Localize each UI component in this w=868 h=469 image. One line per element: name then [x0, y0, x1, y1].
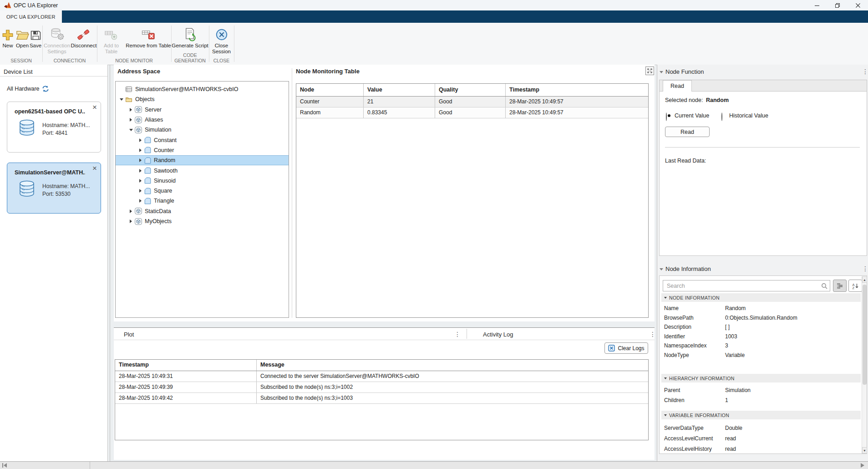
- tree-node-objects[interactable]: Objects: [116, 94, 289, 104]
- device-name: SimulationServer@MATH...: [15, 169, 85, 176]
- plot-tab-title[interactable]: Plot: [124, 331, 134, 338]
- monitor-row-counter[interactable]: Counter 21 Good 28-Mar-2025 10:49:57: [296, 97, 648, 107]
- tree-node-sawtooth[interactable]: Sawtooth: [116, 165, 289, 175]
- tree-node-simulationserver[interactable]: SimulationServer@MATHWORKS-cvbIO: [116, 84, 289, 94]
- chevron-right-icon[interactable]: [128, 118, 134, 122]
- info-row: BrowsePath 0:Objects.Simulation.Random: [661, 313, 861, 323]
- chevron-right-icon[interactable]: [128, 219, 134, 223]
- chevron-down-icon[interactable]: [118, 98, 124, 101]
- minimize-button[interactable]: [807, 0, 827, 10]
- chevron-right-icon[interactable]: [137, 138, 143, 142]
- chevron-right-icon[interactable]: [137, 148, 143, 152]
- cell-message: Subscribed to the node(s) ns:3;i=1002: [257, 382, 648, 393]
- chevron-right-icon[interactable]: [137, 179, 143, 183]
- remove-device-icon[interactable]: ×: [92, 164, 97, 173]
- chevron-right-icon[interactable]: [137, 199, 143, 203]
- read-button[interactable]: Read: [665, 127, 710, 137]
- restore-button[interactable]: [827, 0, 848, 10]
- tree-node-staticdata[interactable]: StaticData: [116, 206, 289, 216]
- group-code-generation: Generate Script CODE GENERATION: [171, 23, 209, 64]
- tree-node-aliases[interactable]: Aliases: [116, 115, 289, 125]
- column-header: Value: [364, 84, 435, 96]
- cell-timestamp: 28-Mar-2025 10:49:57: [506, 107, 648, 118]
- plot-menu-icon[interactable]: ⋮: [454, 331, 461, 337]
- chevron-right-icon[interactable]: [137, 158, 143, 162]
- section-hierarchy-information[interactable]: HIERARCHY INFORMATION: [661, 374, 861, 382]
- tab-read[interactable]: Read: [663, 80, 692, 92]
- collapse-node-function-icon[interactable]: [660, 71, 663, 73]
- column-header: Quality: [435, 84, 506, 96]
- chevron-right-icon[interactable]: [137, 169, 143, 173]
- historical-value-radio[interactable]: [721, 112, 722, 121]
- device-card-simulationserver[interactable]: SimulationServer@MATH... × Hostname: MAT…: [7, 163, 101, 214]
- activity-log-menu-icon[interactable]: ⋮: [650, 331, 656, 337]
- tree-node-triangle[interactable]: Triangle: [116, 196, 289, 206]
- expand-panel-icon[interactable]: [645, 66, 654, 75]
- tree-node-sinusoid[interactable]: Sinusoid: [116, 176, 289, 186]
- tab-opc-ua-explorer[interactable]: OPC UA EXPLORER: [0, 10, 62, 23]
- remove-from-table-button[interactable]: Remove from Table: [126, 25, 171, 49]
- tree-node-square[interactable]: Square: [116, 186, 289, 196]
- node-function-menu-icon[interactable]: ⋮: [862, 68, 868, 75]
- connection-settings-button: Connection Settings: [42, 25, 71, 55]
- add-to-table-icon: [104, 25, 119, 41]
- cell-message: Connected to the server SimulationServer…: [257, 371, 648, 382]
- tree-node-label: Constant: [154, 137, 177, 143]
- tree-node-constant[interactable]: Constant: [116, 135, 289, 145]
- log-row[interactable]: 28-Mar-2025 10:49:42 Subscribed to the n…: [115, 393, 648, 404]
- section-variable-information[interactable]: VARIABLE INFORMATION: [661, 411, 861, 419]
- chevron-right-icon[interactable]: [128, 209, 134, 213]
- monitor-row-random[interactable]: Random 0.83345 Good 28-Mar-2025 10:49:57: [296, 107, 648, 118]
- close-session-icon: [215, 25, 228, 41]
- column-header: Timestamp: [506, 84, 648, 96]
- tree-node-label: MyObjects: [145, 218, 172, 224]
- cell-message: Subscribed to the node(s) ns:3;i=1003: [257, 393, 648, 403]
- tree-node-random[interactable]: Random: [116, 155, 289, 165]
- new-button[interactable]: New: [1, 25, 15, 49]
- current-value-radio[interactable]: [666, 112, 667, 121]
- clear-logs-button[interactable]: Clear Logs: [604, 342, 648, 354]
- column-header: Timestamp: [115, 360, 257, 371]
- group-view-button[interactable]: [833, 280, 847, 292]
- tree-node-myobjects[interactable]: MyObjects: [116, 216, 289, 226]
- close-button[interactable]: [848, 0, 868, 10]
- save-button[interactable]: Save: [29, 25, 42, 49]
- log-row[interactable]: 28-Mar-2025 10:49:39 Subscribed to the n…: [115, 382, 648, 393]
- chevron-right-icon[interactable]: [137, 189, 143, 193]
- refresh-icon[interactable]: [42, 86, 49, 92]
- device-card-open62541[interactable]: open62541-based OPC U... × Hostname: MAT…: [7, 102, 101, 153]
- sort-az-button[interactable]: A Z: [848, 280, 862, 292]
- close-session-button[interactable]: Close Session: [209, 25, 234, 55]
- scrollbar[interactable]: ▲ ▼: [862, 276, 867, 454]
- tree-node-counter[interactable]: Counter: [116, 145, 289, 155]
- open-button[interactable]: Open: [15, 25, 30, 49]
- collapse-left-panel-icon[interactable]: [2, 463, 7, 468]
- section-node-information[interactable]: NODE INFORMATION: [661, 293, 861, 302]
- scroll-down-icon[interactable]: ▼: [862, 447, 867, 454]
- info-value: Double: [725, 425, 742, 431]
- collapse-node-information-icon[interactable]: [660, 268, 663, 270]
- chevron-right-icon[interactable]: [128, 108, 134, 112]
- info-value: 1003: [725, 333, 737, 340]
- node-information-menu-icon[interactable]: ⋮: [862, 265, 868, 272]
- disconnect-button[interactable]: Disconnect: [71, 25, 97, 49]
- cell-quality: Good: [435, 97, 506, 107]
- cell-timestamp: 28-Mar-2025 10:49:57: [506, 97, 648, 107]
- expand-right-panel-icon[interactable]: [860, 463, 865, 468]
- chevron-down-icon[interactable]: [128, 129, 134, 131]
- device-list-title: Device List: [4, 68, 33, 75]
- cell-value: 21: [364, 97, 435, 107]
- tree-node-server[interactable]: Server: [116, 105, 289, 115]
- log-row[interactable]: 28-Mar-2025 10:49:31 Connected to the se…: [115, 371, 648, 382]
- remove-device-icon[interactable]: ×: [92, 103, 97, 112]
- activity-log-tab-title[interactable]: Activity Log: [483, 331, 513, 338]
- selected-node-label: Selected node:: [665, 97, 703, 103]
- info-label: Children: [661, 397, 725, 403]
- variable-node-icon: [144, 167, 151, 174]
- sort-az-icon: A Z: [852, 283, 859, 289]
- search-input[interactable]: [663, 280, 830, 291]
- scrollbar-thumb[interactable]: [863, 285, 867, 385]
- scroll-up-icon[interactable]: ▲: [862, 276, 867, 283]
- generate-script-button[interactable]: Generate Script: [171, 25, 209, 49]
- tree-node-simulation[interactable]: Simulation: [116, 125, 289, 135]
